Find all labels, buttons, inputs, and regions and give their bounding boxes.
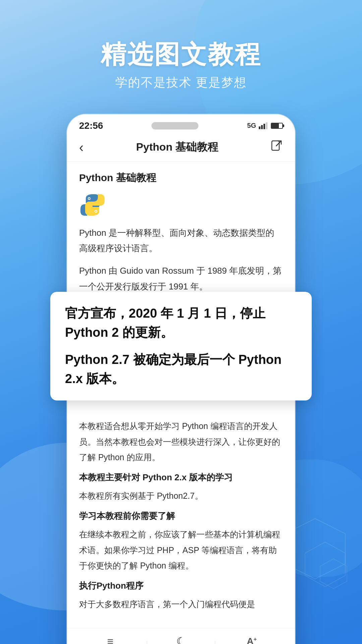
svg-point-10 xyxy=(88,198,90,199)
svg-rect-5 xyxy=(263,124,265,129)
toolbar-item-font[interactable]: A+ 字体 xyxy=(218,636,286,644)
article-para-2: Python 由 Guido van Rossum 于 1989 年底发明，第一… xyxy=(79,263,283,294)
status-bar: 22:56 5G xyxy=(67,114,295,135)
section1-title: 本教程主要针对 Python 2.x 版本的学习 xyxy=(79,472,283,483)
share-button[interactable] xyxy=(271,140,283,155)
font-icon: A+ xyxy=(247,636,257,644)
highlight-text-2: Python 2.7 被确定为最后一个 Python 2.x 版本。 xyxy=(65,350,297,388)
section2-title: 学习本教程前你需要了解 xyxy=(79,510,283,522)
svg-rect-7 xyxy=(272,141,279,150)
main-title: 精选图文教程 xyxy=(0,40,362,68)
article-para-1: Python 是一种解释型、面向对象、动态数据类型的高级程序设计语言。 xyxy=(79,225,283,257)
section1-text: 本教程所有实例基于 Python2.7。 xyxy=(79,488,283,503)
svg-line-8 xyxy=(276,141,281,146)
wifi-bars-icon xyxy=(259,122,268,129)
article-content-lower: 本教程适合想从零开始学习 Python 编程语言的开发人员。当然本教程也会对一些… xyxy=(67,409,295,628)
toolbar-item-contents[interactable]: ≡ 目录 xyxy=(76,635,144,644)
article-title: Python 基础教程 xyxy=(79,171,283,185)
bottom-toolbar: ‹ ≡ 目录 › ☾ 夜间 ‹ A+ 字体 › xyxy=(67,628,295,644)
svg-rect-3 xyxy=(259,126,260,129)
section3-text: 对于大多数程序语言，第一个入门编程代码便是 xyxy=(79,596,283,612)
svg-rect-6 xyxy=(266,122,267,129)
lower-para-1: 本教程适合想从零开始学习 Python 编程语言的开发人员。当然本教程也会对一些… xyxy=(79,418,283,465)
svg-rect-4 xyxy=(261,125,263,129)
highlight-text-1: 官方宣布，2020 年 1 月 1 日，停止 Python 2 的更新。 xyxy=(65,304,297,342)
status-notch xyxy=(152,122,198,129)
back-button[interactable]: ‹ xyxy=(79,141,83,154)
svg-point-12 xyxy=(95,211,97,212)
section3-title: 执行Python程序 xyxy=(79,580,283,592)
header-section: 精选图文教程 学的不是技术 更是梦想 xyxy=(0,0,362,104)
contents-icon: ≡ xyxy=(107,635,114,644)
section2-text: 在继续本教程之前，你应该了解一些基本的计算机编程术语。如果你学习过 PHP，AS… xyxy=(79,527,283,573)
sub-title: 学的不是技术 更是梦想 xyxy=(0,74,362,91)
night-icon: ☾ xyxy=(176,635,186,644)
toolbar-item-night[interactable]: ☾ 夜间 xyxy=(147,635,215,644)
status-time: 22:56 xyxy=(79,120,103,131)
python-logo xyxy=(79,192,106,218)
nav-title: Python 基础教程 xyxy=(136,140,218,155)
nav-bar: ‹ Python 基础教程 xyxy=(67,135,295,162)
signal-icon: 5G xyxy=(247,122,256,129)
highlight-card: 官方宣布，2020 年 1 月 1 日，停止 Python 2 的更新。 Pyt… xyxy=(50,292,312,400)
status-icons: 5G xyxy=(247,122,283,129)
battery-icon xyxy=(271,123,283,129)
